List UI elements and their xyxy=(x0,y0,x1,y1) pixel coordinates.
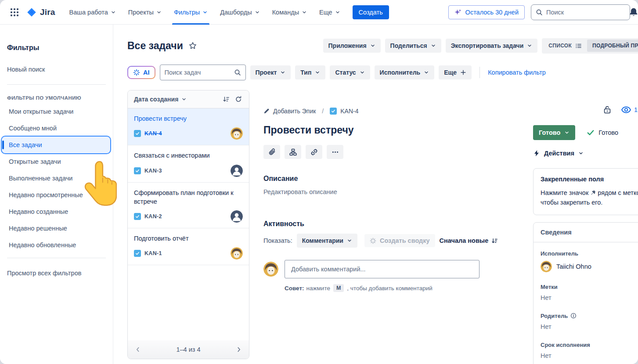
actions-dropdown[interactable]: Действия xyxy=(533,150,638,157)
ai-button[interactable]: AI xyxy=(127,66,155,79)
comment-compose-row xyxy=(263,260,479,278)
issue-card-kan-3[interactable]: Связаться с инвесторами KAN-3 xyxy=(128,145,249,182)
add-epic-button[interactable]: Добавить Эпик xyxy=(263,108,316,115)
issue-card-kan-2[interactable]: Сформировать план подготовки к встрече K… xyxy=(128,183,249,229)
view-toggle: СПИСОК ПОДРОБНЫЙ ПРОСМОТР xyxy=(542,38,638,54)
issue-card-kan-1[interactable]: Подготовить отчёт KAN-1 xyxy=(128,228,249,265)
apps-dropdown-button[interactable]: Приложения xyxy=(323,39,381,53)
nav-dashboards[interactable]: Дашборды xyxy=(218,0,262,25)
status-dropdown-button[interactable]: Готово xyxy=(533,125,575,140)
sidebar-item-reported[interactable]: Сообщено мной xyxy=(2,120,110,137)
search-icon xyxy=(536,9,543,16)
task-type-icon xyxy=(134,213,141,220)
assignee-filter-dropdown[interactable]: Исполнитель xyxy=(375,65,435,79)
sort-descending-icon xyxy=(491,238,498,244)
project-filter-dropdown[interactable]: Проект xyxy=(250,65,291,79)
sort-newest-first-button[interactable]: Сначала новые xyxy=(440,237,498,244)
lightning-icon xyxy=(533,150,540,157)
activity-filter-row: Показать: Комментарии Создать сводку Сна… xyxy=(263,234,479,248)
create-summary-button[interactable]: Создать сводку xyxy=(364,234,435,247)
info-icon xyxy=(570,313,577,319)
pagination: 1–4 из 4 xyxy=(128,340,249,359)
comments-filter-dropdown[interactable]: Комментарии xyxy=(297,234,357,248)
sidebar-item-new-search[interactable]: Новый поиск xyxy=(0,59,113,80)
details-card-title[interactable]: Сведения xyxy=(533,223,638,242)
view-toggle-detail[interactable]: ПОДРОБНЫЙ ПРОСМОТР xyxy=(587,40,638,52)
issue-detail: Добавить Эпик / KAN-4 Провести встречу xyxy=(263,90,479,364)
watchers-button[interactable]: 1 xyxy=(621,105,638,115)
breadcrumb-issue-key[interactable]: KAN-4 xyxy=(330,108,358,115)
more-actions-button[interactable] xyxy=(327,145,343,159)
type-filter-dropdown[interactable]: Тип xyxy=(295,65,325,79)
more-filters-button[interactable]: Еще xyxy=(439,65,472,79)
global-search xyxy=(531,4,630,20)
sidebar-item-done[interactable]: Выполненные задачи xyxy=(2,170,110,187)
sidebar-item-open[interactable]: Открытые задачи xyxy=(2,153,110,170)
comment-tip: Совет: нажмите M , чтобы добавить коммен… xyxy=(285,284,479,292)
jira-logo[interactable]: Jira xyxy=(26,7,55,18)
field-parent: Родитель Нет xyxy=(541,313,638,330)
nav-projects[interactable]: Проекты xyxy=(126,0,163,25)
task-type-icon xyxy=(330,108,337,115)
copy-filter-link[interactable]: Копировать фильтр xyxy=(488,69,546,76)
link-issue-button[interactable] xyxy=(306,145,322,159)
export-issues-dropdown-button[interactable]: Экспортировать задачи xyxy=(446,39,538,53)
filters-sidebar: Фильтры Новый поиск ФИЛЬТРЫ ПО УМОЛЧАНИЮ… xyxy=(0,25,113,364)
nav-your-work[interactable]: Ваша работа xyxy=(68,0,118,25)
jira-logo-icon xyxy=(26,7,37,18)
comment-input[interactable] xyxy=(285,260,479,278)
sidebar-item-resolved-recently[interactable]: Недавно решенные xyxy=(2,220,110,237)
issue-side-panel: 1 Готово Готово xyxy=(533,90,638,364)
issue-key: KAN-3 xyxy=(144,168,162,174)
assignee-avatar-placeholder xyxy=(231,210,243,223)
pagination-next-icon[interactable] xyxy=(236,346,242,353)
topnav-right: Осталось 30 дней xyxy=(448,4,630,20)
issue-search xyxy=(160,65,246,80)
unlock-icon[interactable] xyxy=(602,105,612,115)
task-type-icon xyxy=(134,167,141,174)
jira-logo-text: Jira xyxy=(40,7,55,17)
sidebar-item-viewed-recently[interactable]: Недавно просмотренные xyxy=(2,187,110,203)
keyboard-key-m: M xyxy=(333,284,344,292)
toolbar-divider xyxy=(479,67,480,78)
pinned-fields-text: Нажмите значокрядом с меткой поля, чтобы… xyxy=(541,188,638,208)
nav-more[interactable]: Еще xyxy=(317,0,342,25)
activity-label: Активность xyxy=(263,220,479,228)
sort-direction-icon[interactable] xyxy=(222,95,231,104)
status-filter-dropdown[interactable]: Статус xyxy=(330,65,370,79)
sidebar-item-view-all-filters[interactable]: Просмотр всех фильтров xyxy=(0,263,113,284)
trial-button[interactable]: Осталось 30 дней xyxy=(448,5,525,19)
work-area: Дата создания Провести встречу xyxy=(127,90,638,364)
breadcrumb-separator: / xyxy=(322,108,324,115)
view-toggle-list[interactable]: СПИСОК xyxy=(543,40,587,52)
issue-card-kan-4[interactable]: Провести встречу KAN-4 xyxy=(128,108,249,145)
pinned-fields-card: Закрепленные поля Нажмите значокрядом с … xyxy=(533,168,638,215)
favorite-star-icon[interactable] xyxy=(188,41,197,50)
ai-sparkle-icon xyxy=(133,69,140,76)
assignee-avatar xyxy=(541,261,552,272)
nav-filters[interactable]: Фильтры xyxy=(172,0,209,25)
issue-key: KAN-2 xyxy=(144,213,162,220)
attach-button[interactable] xyxy=(263,145,280,159)
sidebar-title: Фильтры xyxy=(0,38,113,59)
app-switcher-icon[interactable] xyxy=(7,5,22,20)
global-search-input[interactable] xyxy=(546,9,625,16)
create-button[interactable]: Создать xyxy=(353,5,389,19)
sidebar-item-my-open[interactable]: Мои открытые задачи xyxy=(2,103,110,120)
refresh-icon[interactable] xyxy=(234,95,243,104)
ellipsis-icon xyxy=(332,148,339,156)
link-icon xyxy=(310,148,318,156)
issue-search-input[interactable] xyxy=(165,69,234,76)
description-placeholder[interactable]: Редактировать описание xyxy=(263,188,479,195)
pagination-prev-icon[interactable] xyxy=(135,346,141,353)
add-child-issue-button[interactable] xyxy=(285,145,301,159)
sidebar-divider xyxy=(7,84,106,85)
nav-teams[interactable]: Команды xyxy=(270,0,309,25)
sort-field-dropdown[interactable]: Дата создания xyxy=(134,96,187,103)
list-view-icon xyxy=(575,43,582,49)
sidebar-item-created-recently[interactable]: Недавно созданные xyxy=(2,203,110,220)
sidebar-item-updated-recently[interactable]: Недавно обновленные xyxy=(2,237,110,253)
sidebar-item-all-issues[interactable]: Все задачи xyxy=(2,137,110,153)
share-dropdown-button[interactable]: Поделиться xyxy=(385,39,441,53)
notifications-bell-icon[interactable] xyxy=(628,7,638,18)
